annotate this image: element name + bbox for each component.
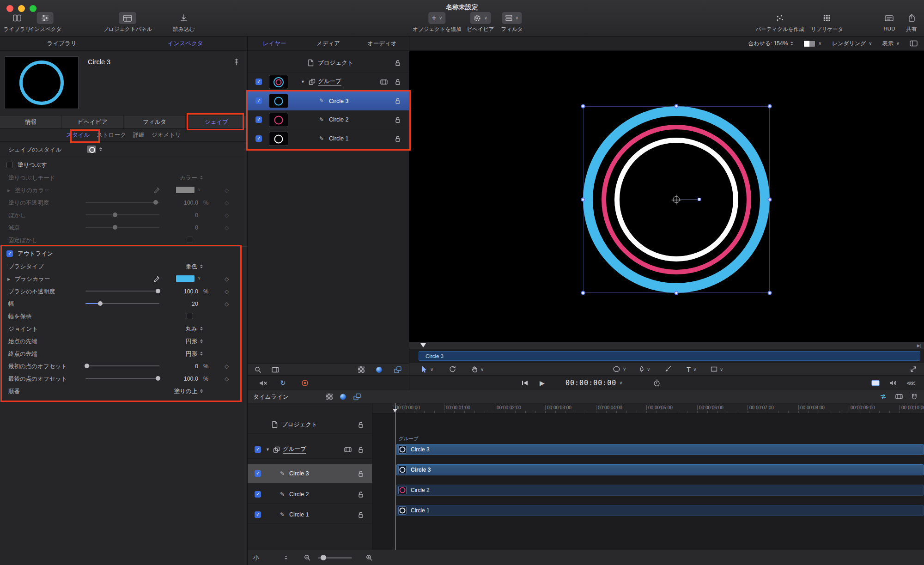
zoom-popup[interactable]: 合わせる: 154% <box>748 40 793 48</box>
brush-opacity-slider[interactable] <box>85 291 159 292</box>
lock-icon[interactable] <box>358 446 364 453</box>
width-slider[interactable] <box>85 303 159 304</box>
render-display-icon[interactable] <box>871 380 880 386</box>
fullscreen-icon[interactable] <box>910 366 917 372</box>
tab-shape[interactable]: シェイプ <box>186 115 247 128</box>
group-row[interactable]: ▼ グループ <box>248 73 409 91</box>
brush-type-popup[interactable]: 単色 <box>186 262 203 270</box>
layer-visibility-checkbox[interactable] <box>255 97 262 104</box>
collapse-timing-icon[interactable]: ⋘ <box>906 379 916 387</box>
preserve-width-checkbox[interactable] <box>187 313 193 319</box>
group-visibility-checkbox[interactable] <box>255 79 262 85</box>
layer-row-circle-1[interactable]: ✎ Circle 1 <box>248 129 409 148</box>
end-cap-popup[interactable]: 円形 <box>186 350 203 358</box>
eyedropper-icon[interactable] <box>153 187 160 193</box>
lock-icon[interactable] <box>395 97 401 104</box>
keyframe-icon[interactable]: ◇ <box>225 288 229 295</box>
object-toggle-icon[interactable] <box>340 394 346 400</box>
keyframe-icon[interactable]: ◇ <box>225 301 229 307</box>
track-bar-circle-3[interactable]: Circle 3 <box>396 464 924 475</box>
object-toggle-icon[interactable] <box>376 367 382 373</box>
stopwatch-icon[interactable] <box>653 379 660 387</box>
keyframe-icon[interactable]: ◇ <box>225 212 229 219</box>
tab-library[interactable]: ライブラリ <box>0 36 124 50</box>
subtab-style[interactable]: スタイル <box>66 131 90 139</box>
eyedropper-icon[interactable] <box>153 275 160 282</box>
track-bar-circle-1[interactable]: Circle 1 <box>396 505 924 516</box>
bezier-pen-tool[interactable]: ∨ <box>639 366 650 373</box>
channels-popup[interactable]: ∨ <box>803 40 821 47</box>
timeline-group-row[interactable]: ▼ グループ <box>248 440 372 459</box>
snap-magnet-icon[interactable] <box>911 394 918 400</box>
fill-color-swatch[interactable] <box>176 186 195 194</box>
disclosure-open-icon[interactable]: ▼ <box>266 447 270 452</box>
timecode-display[interactable]: 00:00:00:00 ∨ <box>565 379 623 387</box>
selection-handle[interactable] <box>675 104 679 109</box>
chevron-down-icon[interactable]: ∨ <box>198 187 201 192</box>
pin-icon[interactable] <box>233 58 240 66</box>
swap-keyframes-icon[interactable] <box>880 394 887 400</box>
audio-icon[interactable] <box>889 380 897 386</box>
selection-handle[interactable] <box>768 291 772 295</box>
go-to-start-button[interactable] <box>522 380 528 386</box>
keyframe-icon[interactable]: ◇ <box>225 200 229 206</box>
fill-mode-popup[interactable]: カラー <box>180 174 203 182</box>
outline-checkbox[interactable] <box>6 250 13 257</box>
joint-popup[interactable]: 丸み <box>186 325 203 333</box>
zoom-fit-icon[interactable] <box>366 554 372 561</box>
inspector-toolbar-button[interactable]: インスペクタ <box>29 12 62 33</box>
paint-stroke-tool[interactable] <box>664 366 671 373</box>
library-toolbar-button[interactable]: ライブラリ <box>4 12 31 33</box>
stepper-icon[interactable] <box>285 556 287 559</box>
fill-feather-slider[interactable] <box>85 214 159 215</box>
film-icon[interactable] <box>380 79 388 85</box>
first-point-offset-slider[interactable] <box>85 365 159 366</box>
last-point-offset-slider[interactable] <box>85 378 159 379</box>
behaviors-toolbar-button[interactable]: ∨ ビヘイビア <box>467 12 494 33</box>
fixed-feather-checkbox[interactable] <box>187 237 193 243</box>
mini-timeline-ruler[interactable]: ▶| <box>409 342 924 349</box>
tab-audio[interactable]: オーディオ <box>355 36 409 50</box>
film-icon[interactable] <box>895 394 903 400</box>
viewer-layout-icon[interactable] <box>910 40 918 47</box>
selection-handle[interactable] <box>768 104 772 109</box>
subtab-geometry[interactable]: ジオメトリ <box>152 131 181 139</box>
transparency-toggle-icon[interactable] <box>358 366 365 373</box>
add-object-toolbar-button[interactable]: + ∨ オブジェクトを追加 <box>413 12 461 33</box>
fill-opacity-slider[interactable] <box>85 202 159 203</box>
selection-handle[interactable] <box>581 104 585 109</box>
text-tool[interactable]: T ∨ <box>687 365 697 373</box>
disclosure-right-icon[interactable]: ▶ <box>7 188 10 192</box>
track-bar-group[interactable]: Circle 3 <box>396 444 924 455</box>
search-icon[interactable] <box>255 366 261 373</box>
layer-visibility-checkbox[interactable] <box>255 470 261 477</box>
keyframe-icon[interactable]: ◇ <box>225 363 229 370</box>
group-visibility-checkbox[interactable] <box>255 446 261 453</box>
share-toolbar-button[interactable]: 共有 <box>906 12 917 33</box>
tab-info[interactable]: 情報 <box>0 115 62 128</box>
start-cap-popup[interactable]: 円形 <box>186 337 203 345</box>
layer-visibility-checkbox[interactable] <box>255 491 261 498</box>
selection-handle[interactable] <box>675 291 679 295</box>
rotation-handle[interactable] <box>698 198 701 201</box>
selection-handle[interactable] <box>581 198 585 202</box>
hud-toolbar-button[interactable]: HUD <box>884 12 895 31</box>
loop-icon[interactable]: ↻ <box>280 379 286 387</box>
keyframe-icon[interactable]: ◇ <box>225 376 229 382</box>
layer-visibility-checkbox[interactable] <box>255 116 262 123</box>
filters-toolbar-button[interactable]: ∨ フィルタ <box>501 12 523 33</box>
tab-layers[interactable]: レイヤー <box>248 36 301 50</box>
transparency-toggle-icon[interactable] <box>326 394 333 400</box>
timeline-zoom-level-popup[interactable]: 小 <box>253 554 259 562</box>
keyframe-icon[interactable]: ◇ <box>225 225 229 231</box>
mini-timeline-bar[interactable]: Circle 3 <box>419 351 920 361</box>
rotate-3d-tool[interactable] <box>449 366 456 373</box>
order-popup[interactable]: 塗りの上 <box>174 387 203 395</box>
anchor-point[interactable] <box>673 196 680 203</box>
layer-row-circle-3[interactable]: ✎ Circle 3 <box>248 91 409 110</box>
project-panel-toolbar-button[interactable]: プロジェクトパネル <box>103 12 152 33</box>
lock-icon[interactable] <box>395 135 401 142</box>
timeline-row-circle-1[interactable]: ✎ Circle 1 <box>248 505 372 524</box>
shape-style-preset-popup[interactable] <box>87 146 102 153</box>
rectangle-mask-tool[interactable]: ∨ <box>711 366 723 372</box>
